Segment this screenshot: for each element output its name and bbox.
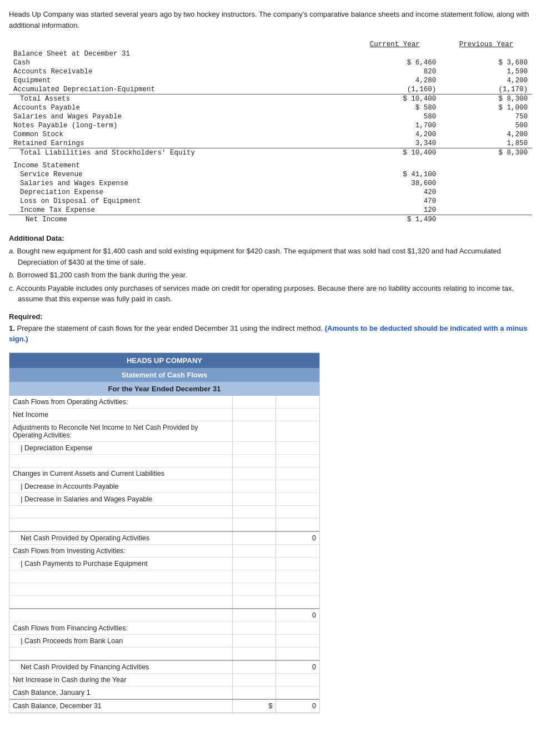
table-row: Accounts Receivable8201,590 <box>9 67 532 76</box>
table-row: Income Tax Expense120 <box>9 206 532 215</box>
net-financing-row: Net Cash Provided by Financing Activitie… <box>9 660 319 674</box>
table-row: Accounts Payable$ 580$ 1,000 <box>9 103 532 112</box>
net-operating-row: Net Cash Provided by Operating Activitie… <box>9 531 319 545</box>
dec-sw-row: | Decrease in Salaries and Wages Payable <box>9 493 319 505</box>
intro-paragraph: Heads Up Company was started several yea… <box>9 9 532 31</box>
table-row: Equipment4,2804,200 <box>9 76 532 85</box>
blank-row-6 <box>9 595 319 609</box>
net-income-input[interactable] <box>236 411 272 419</box>
additional-data-title: Additional Data: <box>9 234 532 242</box>
blank-row-2 <box>9 505 319 518</box>
additional-data-section: Additional Data: a. Bought new equipment… <box>9 234 532 305</box>
cash-flow-table: Cash Flows from Operating Activities: Ne… <box>9 396 319 713</box>
required-title: Required: <box>9 312 532 321</box>
col-previous: Previous Year <box>440 39 532 49</box>
additional-data-item-c: c. Accounts Payable includes only purcha… <box>9 283 532 305</box>
table-row: Salaries and Wages Expense38,600 <box>9 179 532 188</box>
dec-ap-input[interactable] <box>236 483 272 490</box>
table-row: Common Stock4,2004,200 <box>9 130 532 139</box>
required-section: Required: 1. Prepare the statement of ca… <box>9 312 532 345</box>
company-name-header: HEADS UP COMPANY <box>9 353 319 368</box>
blank-input-1[interactable] <box>236 457 272 465</box>
blank-row-1 <box>9 454 319 467</box>
table-row: Accumulated Depreciation-Equipment(1,160… <box>9 85 532 94</box>
operating-section-header: Cash Flows from Operating Activities: <box>9 396 319 409</box>
cash-dec-row: Cash Balance, December 31 $ 0 <box>9 699 319 713</box>
blank-input-4[interactable] <box>236 573 272 580</box>
depreciation-input[interactable] <box>236 444 272 452</box>
table-row: Salaries and Wages Payable580750 <box>9 112 532 121</box>
adjustments-label-row: Adjustments to Reconcile Net Income to N… <box>9 421 319 441</box>
statement-title-header: Statement of Cash Flows <box>9 368 319 382</box>
net-increase-input[interactable] <box>236 676 272 684</box>
additional-data-item-a: a. Bought new equipment for $1,400 cash … <box>9 246 532 267</box>
cash-equip-row: | Cash Payments to Purchase Equipment <box>9 557 319 570</box>
cash-jan-row: Cash Balance, January 1 <box>9 686 319 699</box>
net-investing-row: 0 <box>9 609 319 622</box>
blank-row-4 <box>9 570 319 583</box>
period-header: For the Year Ended December 31 <box>9 382 319 396</box>
blank-row-7 <box>9 647 319 660</box>
net-income-row: Net Income <box>9 408 319 421</box>
dec-ap-row: | Decrease in Accounts Payable <box>9 480 319 493</box>
table-row: Loss on Disposal of Equipment470 <box>9 197 532 206</box>
table-row: Service Revenue$ 41,100 <box>9 170 532 179</box>
financing-section-header: Cash Flows from Financing Activities: <box>9 621 319 634</box>
net-increase-row: Net Increase in Cash during the Year <box>9 673 319 686</box>
total-assets-row: Total Assets$ 10,400$ 8,300 <box>9 94 532 104</box>
cash-equip-input[interactable] <box>236 560 272 568</box>
blank-input-3[interactable] <box>236 521 272 529</box>
blank-input-6[interactable] <box>236 598 272 606</box>
table-row: Balance Sheet at December 31 <box>9 49 532 58</box>
dec-sw-input[interactable] <box>236 495 272 503</box>
changes-label-row: Changes in Current Assets and Current Li… <box>9 467 319 480</box>
cash-flow-statement: HEADS UP COMPANY Statement of Cash Flows… <box>9 352 320 713</box>
depreciation-row: | Depreciation Expense <box>9 441 319 454</box>
net-income-row: Net Income$ 1,490 <box>9 215 532 225</box>
cash-jan-input[interactable] <box>236 689 272 697</box>
table-row: Notes Payable (long-term)1,700500 <box>9 121 532 130</box>
total-equity-row: Total Liabilities and Stockholders' Equi… <box>9 148 532 158</box>
cash-bank-input[interactable] <box>236 637 272 645</box>
table-row: Depreciation Expense420 <box>9 188 532 197</box>
table-row: Retained Earnings3,3401,850 <box>9 139 532 148</box>
financial-table: Current Year Previous Year Balance Sheet… <box>9 39 532 224</box>
required-instruction: 1. Prepare the statement of cash flows f… <box>9 323 532 345</box>
blank-input-5[interactable] <box>236 585 272 593</box>
blank-row-3 <box>9 518 319 531</box>
additional-data-item-b: b. Borrowed $1,200 cash from the bank du… <box>9 270 532 281</box>
col-current: Current Year <box>349 39 440 49</box>
blank-input-2[interactable] <box>236 508 272 516</box>
blank-row-5 <box>9 583 319 595</box>
table-row: Income Statement <box>9 157 532 170</box>
cash-bank-row: | Cash Proceeds from Bank Loan <box>9 634 319 647</box>
investing-section-header: Cash Flows from Investing Activities: <box>9 544 319 557</box>
table-row: Cash$ 6,460$ 3,680 <box>9 58 532 67</box>
blank-input-7[interactable] <box>236 650 272 658</box>
